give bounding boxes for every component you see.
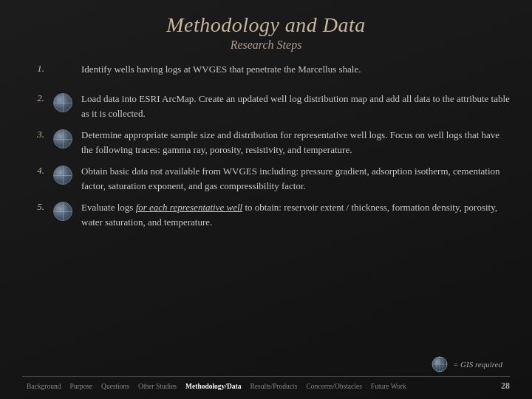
- step-text-5: Evaluate logs for each representative we…: [81, 200, 510, 229]
- nav-item-purpose[interactable]: Purpose: [65, 381, 97, 392]
- gis-legend: = GIS required: [22, 355, 510, 373]
- nav-item-methodology[interactable]: Methodology/Data: [181, 381, 245, 392]
- step-text-3: Determine appropriate sample size and di…: [81, 128, 510, 157]
- slide: Methodology and Data Research Steps 1. I…: [0, 0, 532, 399]
- step-text-1: Identify wells having logs at WVGES that…: [81, 62, 361, 77]
- nav-item-results[interactable]: Results/Products: [246, 381, 302, 392]
- step-number-2: 2.: [30, 92, 44, 104]
- nav-item-questions[interactable]: Questions: [97, 381, 134, 392]
- gis-globe-icon-2: [53, 93, 72, 112]
- nav-item-future-work[interactable]: Future Work: [366, 381, 411, 392]
- step-number-1: 1.: [30, 62, 44, 75]
- nav-items: Background Purpose Questions Other Studi…: [22, 381, 411, 392]
- step-number-4: 4.: [30, 164, 44, 177]
- gis-globe-icon-3: [53, 129, 72, 149]
- step-item-3: 3. Determine appropriate sample size and…: [30, 128, 510, 157]
- nav-item-concerns[interactable]: Concerns/Obstacles: [301, 381, 366, 392]
- page-number: 28: [501, 381, 510, 392]
- gis-legend-text: = GIS required: [453, 360, 502, 369]
- footer-nav: Background Purpose Questions Other Studi…: [22, 376, 510, 392]
- step-icon-2: [52, 92, 74, 114]
- step-item-5: 5. Evaluate logs for each representative…: [30, 200, 510, 229]
- nav-item-background[interactable]: Background: [22, 381, 65, 392]
- step-icon-3: [52, 128, 74, 150]
- step-icon-4: [52, 164, 74, 186]
- gis-globe-icon-5: [53, 202, 72, 221]
- steps-content: 1. Identify wells having logs at WVGES t…: [22, 62, 510, 352]
- step-text-4: Obtain basic data not available from WVG…: [81, 164, 510, 193]
- gis-globe-icon-4: [53, 166, 72, 185]
- sub-title: Research Steps: [22, 38, 510, 52]
- nav-item-other-studies[interactable]: Other Studies: [134, 381, 181, 392]
- step-item-2: 2. Load data into ESRI ArcMap. Create an…: [30, 92, 510, 120]
- step-item-4: 4. Obtain basic data not available from …: [30, 164, 510, 193]
- step-text-2: Load data into ESRI ArcMap. Create an up…: [81, 92, 510, 120]
- slide-header: Methodology and Data Research Steps: [22, 13, 510, 52]
- step-item-1: 1. Identify wells having logs at WVGES t…: [30, 62, 510, 84]
- gis-legend-icon: [431, 355, 449, 373]
- main-title: Methodology and Data: [22, 13, 510, 37]
- step-icon-5: [52, 200, 74, 222]
- step-number-5: 5.: [30, 200, 44, 213]
- step-number-3: 3.: [30, 128, 44, 140]
